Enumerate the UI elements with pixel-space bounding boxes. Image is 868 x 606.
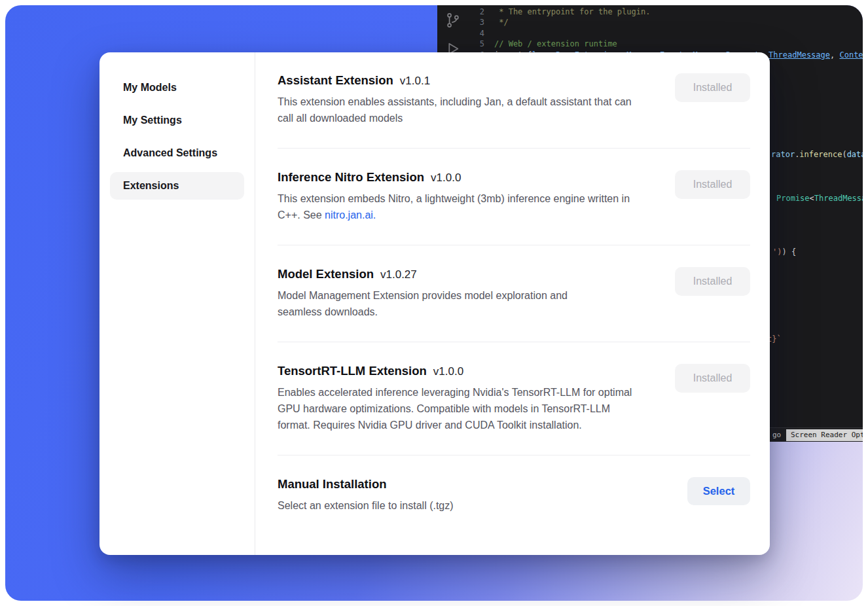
- extension-name: Inference Nitro Extension: [278, 170, 424, 184]
- extension-description: This extension enables assistants, inclu…: [278, 94, 638, 126]
- installed-button[interactable]: Installed: [675, 73, 750, 102]
- sidebar-item-advanced-settings[interactable]: Advanced Settings: [110, 139, 244, 167]
- installed-button[interactable]: Installed: [675, 364, 750, 393]
- settings-card: My Models My Settings Advanced Settings …: [99, 52, 770, 555]
- extension-title: Assistant Extensionv1.0.1: [278, 73, 655, 88]
- sidebar-item-my-settings[interactable]: My Settings: [110, 107, 244, 134]
- code-fragment: rator.inference(data));: [771, 150, 863, 159]
- extension-description: Enables accelerated inference leveraging…: [278, 384, 638, 433]
- extension-row-assistant: Assistant Extensionv1.0.1 This extension…: [278, 73, 750, 149]
- sidebar-item-extensions[interactable]: Extensions: [110, 172, 244, 200]
- line-number: 3: [469, 17, 484, 27]
- installed-button[interactable]: Installed: [675, 170, 750, 199]
- extension-row-tensorrt-llm: TensortRT-LLM Extensionv1.0.0 Enables ac…: [278, 342, 750, 455]
- extension-version: v1.0.1: [400, 75, 430, 87]
- code-line: 3 */: [469, 17, 863, 27]
- extension-name: Assistant Extension: [278, 73, 393, 87]
- manual-installation-description: Select an extension file to install (.tg…: [278, 497, 638, 514]
- screen-reader-optimized-badge[interactable]: Screen Reader Optimized: [786, 429, 863, 441]
- extension-name: Model Extension: [278, 267, 374, 281]
- code-fragment: Promise<ThreadMessage>: [776, 194, 863, 203]
- extension-version: v1.0.0: [433, 365, 463, 378]
- installed-button[interactable]: Installed: [675, 267, 750, 296]
- code-line: 5 // Web / extension runtime: [469, 39, 863, 49]
- extension-name: TensortRT-LLM Extension: [278, 364, 427, 378]
- extension-title: Model Extensionv1.0.27: [278, 267, 655, 281]
- line-number: 4: [469, 28, 484, 39]
- manual-installation-row: Manual Installation Select an extension …: [278, 455, 750, 535]
- code-line: 2 * The entrypoint for the plugin.: [469, 7, 863, 17]
- extension-row-model: Model Extensionv1.0.27 Model Management …: [278, 245, 750, 342]
- select-file-button[interactable]: Select: [687, 477, 750, 505]
- sidebar-item-my-models[interactable]: My Models: [110, 74, 244, 101]
- extensions-panel: Assistant Extensionv1.0.1 This extension…: [255, 52, 770, 555]
- extension-row-inference-nitro: Inference Nitro Extensionv1.0.0 This ext…: [278, 149, 750, 245]
- line-number: 5: [469, 39, 484, 49]
- manual-installation-title: Manual Installation: [278, 477, 668, 491]
- settings-sidebar: My Models My Settings Advanced Settings …: [99, 52, 255, 555]
- extension-title: Inference Nitro Extensionv1.0.0: [278, 170, 655, 185]
- extension-version: v1.0.0: [431, 171, 461, 184]
- line-number: 2: [469, 7, 484, 17]
- extension-description: Model Management Extension provides mode…: [278, 287, 605, 320]
- source-control-icon[interactable]: [444, 12, 461, 31]
- status-bar-language-item[interactable]: go: [772, 431, 781, 439]
- code-line: 4: [469, 28, 863, 39]
- code-fragment: ')) {: [772, 247, 796, 257]
- extension-description: This extension embeds Nitro, a lightweig…: [278, 190, 638, 223]
- extension-title: TensortRT-LLM Extensionv1.0.0: [278, 364, 655, 378]
- extension-version: v1.0.27: [380, 268, 417, 281]
- nitro-jan-ai-link[interactable]: nitro.jan.ai.: [325, 209, 376, 221]
